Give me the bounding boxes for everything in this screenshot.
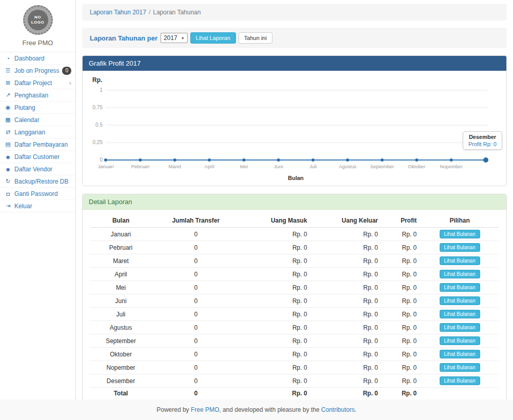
cell-uang_masuk: Rp. 0 xyxy=(240,361,311,374)
sidebar-item-daftar-pembayaran[interactable]: ▤Daftar Pembayaran xyxy=(0,138,75,151)
chart-point-desember[interactable] xyxy=(483,157,488,163)
chart-point-agustus[interactable] xyxy=(346,158,349,162)
chart-point-oktober[interactable] xyxy=(415,158,418,162)
sidebar-item-backup-restore-db[interactable]: ↻Backup/Restore DB xyxy=(0,175,75,188)
cell-profit: Rp. 0 xyxy=(382,348,421,361)
lihat-bulanan-button-oktober[interactable]: Lihat Bulanan xyxy=(440,350,480,358)
chart-point-nopember[interactable] xyxy=(450,158,453,162)
lihat-bulanan-button-september[interactable]: Lihat Bulanan xyxy=(440,336,480,345)
sidebar-item-label: Langganan xyxy=(14,129,71,136)
x-tick-label: Maret xyxy=(169,164,182,169)
chevron-left-icon: ‹ xyxy=(69,79,71,87)
sidebar-item-label: Dashboard xyxy=(14,55,71,62)
chart-area: Rp.10.750.50.250JanuariPebruariMaretApri… xyxy=(83,71,506,186)
sidebar-item-langganan[interactable]: ⇄Langganan xyxy=(0,126,75,138)
cell-bulan: Oktober xyxy=(90,348,151,361)
lihat-bulanan-button-nopember[interactable]: Lihat Bulanan xyxy=(440,363,480,372)
lihat-bulanan-button-mei[interactable]: Lihat Bulanan xyxy=(440,283,480,292)
detail-panel-body: BulanJumlah TransferUang MasukUang Kelua… xyxy=(83,210,506,399)
footer-text-middle: , and developed with pleasure by the xyxy=(219,406,321,413)
chart-point-maret[interactable] xyxy=(173,158,176,162)
chart-point-april[interactable] xyxy=(208,158,211,162)
cell-bulan: Agustus xyxy=(90,321,151,334)
sidebar-item-label: Daftar Vendor xyxy=(14,166,71,173)
chart-point-september[interactable] xyxy=(381,158,384,162)
sidebar: NO LOGO Free PMO ◔Dashboard☰Job on Progr… xyxy=(0,0,76,399)
tooltip-month: Desember xyxy=(468,134,497,140)
column-header-uang-keluar: Uang Keluar xyxy=(311,214,382,228)
cell-jumlah_transfer: 0 xyxy=(151,241,240,254)
password-lock-icon: ◘ xyxy=(4,191,12,197)
sidebar-item-daftar-customer[interactable]: ☻Daftar Customer xyxy=(0,151,75,163)
chart-point-pebruari[interactable] xyxy=(139,158,142,162)
lihat-bulanan-button-juni[interactable]: Lihat Bulanan xyxy=(440,296,480,305)
x-tick-label: April xyxy=(205,164,214,169)
breadcrumb-link-laporan-tahun[interactable]: Laporan Tahun 2017 xyxy=(90,9,146,16)
tasks-icon: ☰ xyxy=(4,67,12,74)
sidebar-item-label: Keluar xyxy=(14,203,71,210)
chart-point-januari[interactable] xyxy=(104,158,107,162)
sidebar-item-dashboard[interactable]: ◔Dashboard xyxy=(0,52,75,65)
cell-jumlah_transfer: 0 xyxy=(151,228,240,241)
footer-text-prefix: Powered by xyxy=(156,406,191,413)
cell-profit: Rp. 0 xyxy=(382,374,421,388)
sidebar-item-daftar-project[interactable]: ⊞Daftar Project‹ xyxy=(0,77,75,89)
cell-bulan: Maret xyxy=(90,254,151,268)
y-tick-label: 0.25 xyxy=(93,139,103,145)
sidebar-item-job-on-progress[interactable]: ☰Job on Progress0 xyxy=(0,65,75,77)
profit-chart-panel: Grafik Profit 2017 Rp.10.750.50.250Janua… xyxy=(82,55,507,186)
lihat-bulanan-button-pebruari[interactable]: Lihat Bulanan xyxy=(440,243,480,252)
x-tick-label: Oktober xyxy=(408,164,425,169)
cell-pilihan: Lihat Bulanan xyxy=(421,308,499,321)
sidebar-item-piutang[interactable]: ◉Piutang xyxy=(0,102,75,114)
cell-uang_masuk: Rp. 0 xyxy=(240,241,311,254)
footer-link-contributors[interactable]: Contributors xyxy=(321,406,354,413)
cell-pilihan: Lihat Bulanan xyxy=(421,334,499,348)
sidebar-item-label: Daftar Pembayaran xyxy=(14,141,71,148)
sidebar-item-daftar-vendor[interactable]: ☻Daftar Vendor xyxy=(0,163,75,175)
cell-profit: Rp. 0 xyxy=(382,228,421,241)
column-header-pilihan: Pilihan xyxy=(421,214,499,228)
sidebar-item-label: Calendar xyxy=(14,116,71,124)
chart-point-mei[interactable] xyxy=(242,158,245,162)
lihat-bulanan-button-juli[interactable]: Lihat Bulanan xyxy=(440,310,480,318)
cell-profit: Rp. 0 xyxy=(382,268,421,281)
tooltip-value: Profit Rp: 0 xyxy=(468,141,497,147)
cell-pilihan: Lihat Bulanan xyxy=(421,294,499,308)
sidebar-item-keluar[interactable]: ⇥Keluar xyxy=(0,200,75,212)
footer-link-free-pmo[interactable]: Free PMO xyxy=(191,406,219,413)
lihat-bulanan-button-desember[interactable]: Lihat Bulanan xyxy=(440,376,480,385)
sidebar-item-label: Backup/Restore DB xyxy=(14,178,71,185)
cell-uang_masuk: Rp. 0 xyxy=(240,268,311,281)
cell-uang_keluar: Rp. 0 xyxy=(311,281,382,294)
sidebar-item-label: Penghasilan xyxy=(14,92,71,99)
logo-block: NO LOGO Free PMO xyxy=(0,0,75,52)
cell-bulan: April xyxy=(90,268,151,281)
lihat-laporan-button[interactable]: Lihat Laporan xyxy=(190,32,236,44)
lihat-bulanan-button-januari[interactable]: Lihat Bulanan xyxy=(440,230,480,238)
logo-text-line1: NO xyxy=(34,15,41,20)
cell-jumlah_transfer: 0 xyxy=(151,334,240,348)
cell-pilihan: Lihat Bulanan xyxy=(421,321,499,334)
filter-label: Laporan Tahunan per xyxy=(90,34,157,42)
lihat-bulanan-button-agustus[interactable]: Lihat Bulanan xyxy=(440,323,480,332)
chart-icon: ↗ xyxy=(4,92,12,98)
x-tick-label: Agustus xyxy=(339,164,357,169)
cell-uang_keluar: Rp. 0 xyxy=(311,294,382,308)
year-select[interactable]: 2017 ▼ xyxy=(161,33,188,43)
profit-line-chart: Rp.10.750.50.250JanuariPebruariMaretApri… xyxy=(90,75,498,184)
sidebar-item-penghasilan[interactable]: ↗Penghasilan xyxy=(0,89,75,102)
table-row-juli: Juli0Rp. 0Rp. 0Rp. 0Lihat Bulanan xyxy=(90,308,499,321)
lihat-bulanan-button-april[interactable]: Lihat Bulanan xyxy=(440,270,480,278)
cell-uang_keluar: Rp. 0 xyxy=(311,254,382,268)
cell-profit: Rp. 0 xyxy=(382,334,421,348)
y-tick-label: 0 xyxy=(100,157,103,163)
logo: NO LOGO xyxy=(23,5,53,35)
lihat-bulanan-button-maret[interactable]: Lihat Bulanan xyxy=(440,256,480,265)
chart-point-juni[interactable] xyxy=(277,158,280,162)
sidebar-item-ganti-password[interactable]: ◘Ganti Password xyxy=(0,188,75,200)
sidebar-item-calendar[interactable]: ▦Calendar xyxy=(0,114,75,126)
cell-bulan: Total xyxy=(90,388,151,399)
tahun-ini-button[interactable]: Tahun ini xyxy=(239,32,272,44)
chart-point-juli[interactable] xyxy=(311,158,314,162)
